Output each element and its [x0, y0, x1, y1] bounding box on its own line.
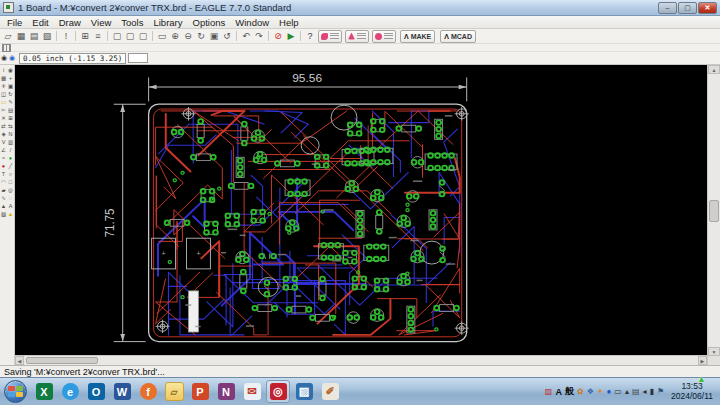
- menu-tools[interactable]: Tools: [116, 17, 148, 28]
- name-tool-icon[interactable]: N: [7, 130, 14, 138]
- tray-app-4[interactable]: ●: [607, 388, 612, 396]
- zoom-in-icon[interactable]: ⊕: [169, 30, 181, 42]
- undo-icon[interactable]: ↶: [240, 30, 252, 42]
- info-tool-icon[interactable]: ◉: [0, 53, 8, 63]
- menu-help[interactable]: Help: [274, 17, 304, 28]
- change-tool-icon[interactable]: ✎: [7, 98, 14, 106]
- antivirus-tray-icon[interactable]: ▨: [545, 388, 553, 396]
- drc-tool-icon[interactable]: ▧: [0, 210, 7, 218]
- optimize-tool-icon[interactable]: ≈: [0, 154, 7, 162]
- board-canvas[interactable]: 95.56 71.75 ++: [15, 65, 707, 355]
- ime-conversion-mode[interactable]: 般: [565, 385, 574, 398]
- menu-library[interactable]: Library: [148, 17, 187, 28]
- info-tool-icon[interactable]: i: [0, 66, 7, 74]
- taskbar-word[interactable]: W: [110, 380, 134, 403]
- scroll-up-icon[interactable]: ▲: [708, 65, 720, 74]
- arc-tool-icon[interactable]: ◠: [0, 178, 7, 186]
- redo-icon[interactable]: ↷: [253, 30, 265, 42]
- route-tool-icon[interactable]: ●: [7, 154, 14, 162]
- cut-tool-icon[interactable]: ✂: [0, 106, 7, 114]
- taskbar-mail[interactable]: ✉: [240, 380, 264, 403]
- sheet-1-icon[interactable]: ▢: [111, 30, 123, 42]
- sheet-2-icon[interactable]: ▢: [124, 30, 136, 42]
- move-tool-icon[interactable]: ✛: [0, 82, 7, 90]
- make-button[interactable]: Λ MAKE: [400, 30, 435, 43]
- scroll-left-icon[interactable]: ◀: [15, 356, 24, 365]
- zoom-fit-icon[interactable]: ▭: [156, 30, 168, 42]
- minimize-button[interactable]: –: [658, 2, 677, 14]
- circle-tool-icon[interactable]: ○: [7, 170, 14, 178]
- save-icon[interactable]: ▦: [15, 30, 27, 42]
- script-icon[interactable]: !: [60, 30, 72, 42]
- signal-tool-icon[interactable]: ∿: [0, 194, 7, 202]
- vertical-scroll-thumb[interactable]: [709, 200, 719, 222]
- zoom-last-icon[interactable]: ↺: [221, 30, 233, 42]
- value-tool-icon[interactable]: V: [0, 138, 7, 146]
- scroll-down-icon[interactable]: ▼: [708, 347, 720, 356]
- taskbar-excel[interactable]: X: [32, 380, 56, 403]
- layers-icon[interactable]: ≡: [92, 30, 104, 42]
- menu-draw[interactable]: Draw: [54, 17, 86, 28]
- scroll-right-icon[interactable]: ▶: [698, 356, 707, 365]
- tray-app-2[interactable]: ❖: [587, 388, 594, 396]
- auto-tool-icon[interactable]: A: [7, 202, 14, 210]
- taskbar-design-tool[interactable]: ✐: [318, 380, 342, 403]
- mark-tool-icon[interactable]: +: [7, 74, 14, 82]
- text-tool-icon[interactable]: T: [0, 170, 7, 178]
- start-button[interactable]: [4, 380, 27, 403]
- monitor-tray-icon[interactable]: ▭: [614, 388, 622, 396]
- delete-tool-icon[interactable]: ✕: [0, 114, 7, 122]
- keyboard-tray-icon[interactable]: ▤: [632, 388, 640, 396]
- pcb-plugin-button-2[interactable]: [345, 30, 369, 43]
- split-tool-icon[interactable]: /: [7, 146, 14, 154]
- help-icon[interactable]: ?: [304, 30, 316, 42]
- grid-icon[interactable]: ⊞: [79, 30, 91, 42]
- tray-app-1[interactable]: ✿: [577, 388, 584, 396]
- volume-tray-icon[interactable]: ◂: [642, 388, 646, 396]
- wire-tool-icon[interactable]: ╱: [7, 162, 14, 170]
- replace-tool-icon[interactable]: ⇆: [7, 122, 14, 130]
- polygon-tool-icon[interactable]: ▰: [0, 186, 7, 194]
- maximize-button[interactable]: ▢: [678, 2, 697, 14]
- horizontal-scrollbar[interactable]: ◀ ▶: [15, 355, 707, 365]
- menu-view[interactable]: View: [86, 17, 116, 28]
- copy-tool-icon[interactable]: ▣: [7, 82, 14, 90]
- zoom-redraw-icon[interactable]: ↻: [195, 30, 207, 42]
- sheet-3-icon[interactable]: ▢: [137, 30, 149, 42]
- ime-input-mode[interactable]: A: [555, 387, 562, 397]
- pinswap-tool-icon[interactable]: ⇄: [0, 122, 7, 130]
- vertical-scrollbar[interactable]: [708, 74, 720, 347]
- close-button[interactable]: ✕: [698, 2, 717, 14]
- tray-app-3[interactable]: ✦: [597, 388, 604, 396]
- ratsnest-tool-icon[interactable]: ▲: [0, 202, 7, 210]
- mirror-tool-icon[interactable]: ◫: [0, 90, 7, 98]
- taskbar-firefox[interactable]: f: [136, 380, 160, 403]
- print-icon[interactable]: ▤: [28, 30, 40, 42]
- action-center-flag[interactable]: ⚑: [657, 388, 664, 396]
- pcb-plugin-button-3[interactable]: [372, 30, 396, 43]
- paste-tool-icon[interactable]: ▤: [7, 106, 14, 114]
- menu-edit[interactable]: Edit: [27, 17, 53, 28]
- lock-tool-icon[interactable]: ◈: [0, 130, 7, 138]
- zoom-out-icon[interactable]: ⊖: [182, 30, 194, 42]
- stop-icon[interactable]: ⊘: [272, 30, 284, 42]
- rect-tool-icon[interactable]: □: [7, 178, 14, 186]
- hole-tool-icon[interactable]: ◌: [7, 194, 14, 202]
- mcad-button[interactable]: Λ MCAD: [440, 30, 476, 43]
- display-tool-icon[interactable]: ▦: [0, 74, 7, 82]
- via-tool-icon[interactable]: ◎: [7, 186, 14, 194]
- eye-icon[interactable]: ◉: [8, 53, 16, 63]
- taskbar-clock[interactable]: 13:53 2024/06/11: [671, 382, 713, 402]
- taskbar-onenote[interactable]: N: [214, 380, 238, 403]
- taskbar-powerpoint[interactable]: P: [188, 380, 212, 403]
- hidden-icons-arrow[interactable]: ▴: [625, 388, 629, 396]
- smash-tool-icon[interactable]: ▥: [7, 138, 14, 146]
- horizontal-scroll-thumb[interactable]: [26, 357, 98, 364]
- open-icon[interactable]: ▱: [2, 30, 14, 42]
- taskbar-photos[interactable]: ▨: [292, 380, 316, 403]
- menu-file[interactable]: File: [2, 17, 27, 28]
- errors-tool-icon[interactable]: ▲: [7, 210, 14, 218]
- taskbar-app-red[interactable]: ◎: [266, 380, 290, 403]
- taskbar-ie[interactable]: e: [58, 380, 82, 403]
- export-icon[interactable]: ▧: [41, 30, 53, 42]
